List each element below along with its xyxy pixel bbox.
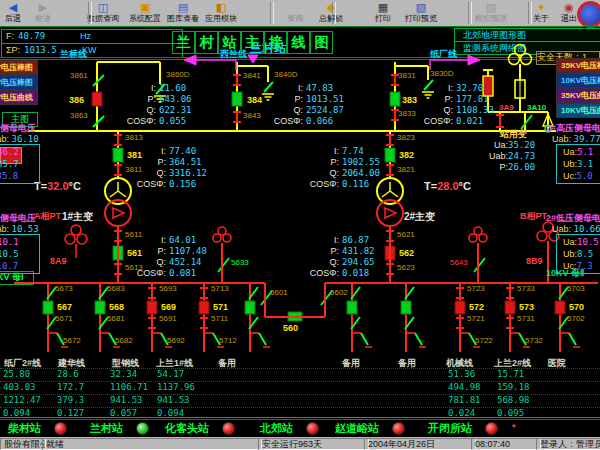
kv-chart-button-right-2[interactable]: 10KV电压棒图: [556, 73, 600, 88]
title-char: 线: [287, 31, 310, 54]
kv-chart-button-left-2[interactable]: 10KV电压棒图: [0, 75, 38, 90]
ground-switch-label: 5712: [219, 336, 237, 345]
station-button-label: 柴村站: [8, 421, 41, 436]
feeder-name: 备用: [342, 357, 360, 370]
disconnector-label: 3821: [397, 165, 415, 174]
phase-voltage-row: Uc:10.7: [0, 261, 18, 271]
kv-chart-button-right-3[interactable]: 35KV电压曲线: [556, 88, 600, 103]
phase-voltage-row: Ub:8.5: [563, 249, 593, 259]
closed-disconnector-icon[interactable]: [148, 318, 156, 328]
breaker-icon[interactable]: [245, 301, 255, 314]
phase-voltage-row: Ua:10.1: [0, 237, 19, 247]
ground-switch-icon[interactable]: [361, 333, 368, 345]
phase-voltage-row: Ub:3.1: [563, 159, 593, 169]
feeder-name: 纸厂线: [430, 49, 457, 59]
disconnector-label: 5723: [467, 284, 485, 293]
title-char: 站: [218, 31, 241, 54]
closed-disconnector-icon[interactable]: [506, 318, 514, 328]
disconnector-label: 3813: [125, 133, 143, 142]
phase-voltage-row: Ua:5.1: [563, 147, 593, 157]
closed-disconnector-icon[interactable]: [506, 288, 514, 298]
breaker-icon[interactable]: [401, 301, 411, 314]
disconnector-label: 3861: [70, 71, 88, 80]
pt-label: A相PT: [34, 211, 61, 221]
disconnector-label: 5683: [107, 284, 125, 293]
closed-disconnector-icon[interactable]: [456, 288, 464, 298]
ground-switch-label: 3830D: [430, 69, 454, 78]
disconnector-label: 5681: [107, 314, 125, 323]
breaker-icon[interactable]: [43, 301, 53, 314]
phase-voltage-row: Ua:10.5: [563, 237, 599, 247]
disconnector-label: 5702: [567, 314, 585, 323]
kv-chart-button-left-3[interactable]: 35KV电压曲线: [0, 90, 38, 105]
ground-switch-label: 3840D: [274, 70, 298, 79]
kv-chart-button-right-1[interactable]: 35KV电压棒图: [556, 58, 600, 73]
station-button-label: 兰村站: [90, 421, 123, 436]
closed-disconnector-icon[interactable]: [148, 288, 156, 298]
transformer-temp: T=32.0°C: [34, 180, 81, 193]
ground-switch-icon[interactable]: [415, 333, 422, 345]
ground-switch-label: 5732: [525, 336, 543, 345]
phase-voltage-row: Uc:35.8: [0, 171, 18, 181]
reading-row: I:64.01: [120, 234, 207, 245]
disconnector-label: 5621: [397, 230, 415, 239]
station-button-2[interactable]: 兰村站: [90, 421, 149, 436]
reading-row: I:77.40: [120, 145, 207, 156]
breaker-icon[interactable]: [455, 301, 465, 314]
feeder-reading: 32.34: [110, 369, 137, 379]
reading-row: COSΦ:0.018: [293, 267, 375, 278]
breaker-icon[interactable]: [347, 301, 357, 314]
breaker-icon[interactable]: [505, 301, 515, 314]
phase-voltage-box: Ua:10.1Ub:10.5Uc:10.7: [0, 234, 40, 274]
breaker-icon[interactable]: [555, 301, 565, 314]
breaker-icon[interactable]: [199, 301, 209, 314]
switch-label: 3A10: [527, 103, 546, 112]
reading-block: I:32.70P:177.81Q:1108.33COSΦ:0.021: [407, 82, 494, 126]
kv-chart-button-right-4[interactable]: 10KV电压曲线: [556, 103, 600, 118]
feeder-reading: 0.127: [57, 408, 84, 418]
breaker-label: 562: [399, 248, 414, 258]
disconnector-label: 3863: [70, 111, 88, 120]
station-led-icon: [222, 422, 235, 435]
feeder-reading: 0.094: [157, 408, 184, 418]
closed-disconnector-icon[interactable]: [200, 318, 208, 328]
closed-disconnector-icon[interactable]: [200, 288, 208, 298]
station-button-5[interactable]: 赵道峪站: [335, 421, 405, 436]
disconnector-label: 5703: [567, 284, 585, 293]
closed-disconnector-icon[interactable]: [456, 318, 464, 328]
feeder-reading: 1137.96: [157, 382, 195, 392]
breaker-label: 567: [57, 302, 72, 312]
station-transformer-row: Uab: 24.73: [470, 151, 538, 161]
feeder-name: 兰标线: [60, 49, 87, 59]
reading-row: COSΦ:0.021: [407, 115, 494, 126]
feeder-reading: 25.80: [3, 369, 30, 379]
station-button-4[interactable]: 北郊站: [260, 421, 319, 436]
disconnector-label: 5691: [159, 314, 177, 323]
kv-chart-button-left-1[interactable]: 35KV电压棒图: [0, 60, 38, 75]
breaker-icon[interactable]: [95, 301, 105, 314]
breaker-icon[interactable]: [147, 301, 157, 314]
ground-switch-icon[interactable]: [569, 333, 576, 345]
station-transformer-row: Ua: 35.20: [470, 140, 538, 150]
disconnector-label: 5673: [55, 284, 73, 293]
reading-row: P:431.82: [293, 245, 375, 256]
reading-row: Q:2064.00: [293, 167, 380, 178]
reading-row: I:32.70: [407, 82, 494, 93]
feeder-reading: 15.71: [497, 369, 524, 379]
reading-row: P:1013.51: [257, 93, 344, 104]
station-button-3[interactable]: 化客头站: [165, 421, 235, 436]
breaker-icon[interactable]: [92, 92, 400, 321]
station-button-1[interactable]: 柴村站: [8, 421, 67, 436]
feeder-reading: 941.53: [157, 395, 190, 405]
phase-voltage-row: Ua:36.2: [0, 147, 19, 157]
status-user: 登录人：管理员: [536, 438, 600, 450]
tie-disconnector-label: 5602: [330, 288, 348, 297]
station-button-6[interactable]: 开闭所站: [428, 421, 498, 436]
reading-row: Q:3316.12: [120, 167, 207, 178]
title-char: 接: [264, 31, 287, 54]
aux-switch-label: 5643: [450, 258, 468, 267]
feeder-reading: 51.36: [448, 369, 475, 379]
disconnector-label: 5711: [211, 314, 228, 323]
ground-switch-icon[interactable]: [259, 333, 266, 345]
breaker-label: 570: [569, 302, 584, 312]
